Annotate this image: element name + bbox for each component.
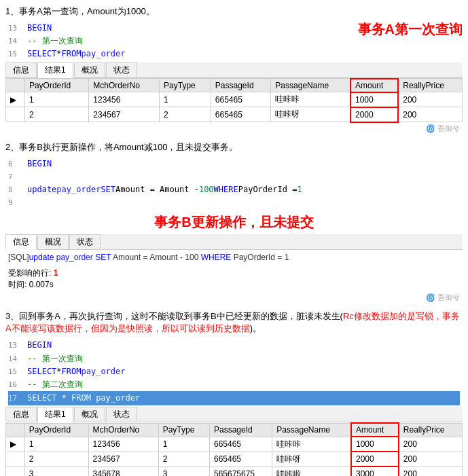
section-3: 3、回到事务A，再次执行查询，这时不能读取到事务B中已经更新的数据，脏读未发生(… (5, 310, 463, 476)
col-indicator-3 (6, 423, 25, 437)
col-mchorderno-3: MchOrderNo (88, 423, 158, 437)
col-passagename-3: PassageName (272, 423, 351, 437)
table-wrapper-1: PayOrderId MchOrderNo PayType PassageId … (5, 78, 463, 134)
section-2: 2、事务B执行更新操作，将Amount减100，且未提交事务。 6BEGIN 7… (5, 141, 463, 304)
table-wrapper-3: PayOrderId MchOrderNo PayType PassageId … (5, 422, 463, 476)
time-2: 时间: 0.007s (8, 279, 460, 291)
code-block-2: 6BEGIN 7 8update pay_order SET Amount = … (5, 156, 463, 211)
tab-1-result[interactable]: 结果1 (37, 62, 73, 78)
tab-3-status[interactable]: 状态 (106, 407, 137, 422)
col-indicator (6, 79, 25, 92)
tab-1-info[interactable]: 信息 (5, 62, 37, 77)
tabs-bar-2: 信息 概况 状态 (5, 234, 463, 250)
tab-3-info[interactable]: 信息 (5, 407, 37, 422)
section-3-title: 3、回到事务A，再次执行查询，这时不能读取到事务B中已经更新的数据，脏读未发生(… (5, 310, 463, 335)
tab-2-info[interactable]: 信息 (5, 234, 37, 250)
section-1: 1、事务A第一查询，Amount为1000。 13BEGIN 14-- 第一次查… (5, 5, 463, 134)
tab-3-overview[interactable]: 概况 (74, 407, 105, 422)
col-payorderid-1: PayOrderId (24, 79, 88, 92)
annotation-a-label: 事务A第一次查询 (358, 20, 463, 39)
col-amount-1: Amount (350, 79, 398, 92)
col-amount-3: Amount (351, 423, 399, 437)
col-payorderid-3: PayOrderId (24, 423, 88, 437)
table-row: ▶ 1 123456 1 665465 哇咔咔 1000 200 (6, 92, 463, 107)
col-passageid-1: PassageId (211, 79, 271, 92)
col-reallyprice-3: ReallyPrice (399, 423, 463, 437)
annotation-b-label: 事务B更新操作，且未提交 (5, 213, 463, 232)
watermark-2: 🌀 吾御兮 (5, 292, 463, 304)
table-row: ▶ 1 123456 1 665465 哇咔咔 1000 200 (6, 437, 463, 452)
section-1-title: 1、事务A第一查询，Amount为1000。 (5, 5, 463, 18)
col-passagename-1: PassageName (271, 79, 350, 92)
col-passageid-3: PassageId (209, 423, 272, 437)
table-row: 2 234567 2 665465 哇咔呀 2000 200 (6, 452, 463, 466)
highlighted-code-line: 17SELECT * FROM pay_order (8, 391, 460, 405)
tab-2-overview[interactable]: 概况 (37, 234, 69, 249)
watermark-1: 🌀 吾御兮 (5, 123, 463, 134)
section-2-title: 2、事务B执行更新操作，将Amount减100，且未提交事务。 (5, 141, 463, 153)
info-panel-2: [SQL]update pay_order SET Amount = Amoun… (5, 250, 463, 292)
col-paytype-1: PayType (160, 79, 211, 92)
code-block-3: 13BEGIN 14-- 第一次查询 15SELECT * FROM pay_o… (5, 337, 463, 407)
result-table-3: PayOrderId MchOrderNo PayType PassageId … (5, 422, 463, 476)
affected-rows-2: 受影响的行: 1 (8, 268, 460, 279)
tab-2-status[interactable]: 状态 (69, 234, 101, 249)
col-paytype-3: PayType (158, 423, 209, 437)
tab-1-overview[interactable]: 概况 (74, 62, 105, 77)
table-row: 3 345678 3 565675675 哇咔啦 3000 200 (6, 466, 463, 476)
col-mchorderno-1: MchOrderNo (89, 79, 160, 92)
result-table-1: PayOrderId MchOrderNo PayType PassageId … (5, 78, 463, 123)
table-row: 2 234567 2 665465 哇咔呀 2000 200 (6, 107, 463, 122)
tabs-bar-3: 信息 结果1 概况 状态 (5, 407, 463, 422)
col-reallyprice-1: ReallyPrice (398, 79, 462, 92)
tabs-bar-1: 信息 结果1 概况 状态 (5, 62, 463, 78)
tab-1-status[interactable]: 状态 (106, 62, 137, 77)
tab-3-result[interactable]: 结果1 (37, 407, 73, 422)
sql-text-2: [SQL]update pay_order SET Amount = Amoun… (8, 251, 460, 263)
